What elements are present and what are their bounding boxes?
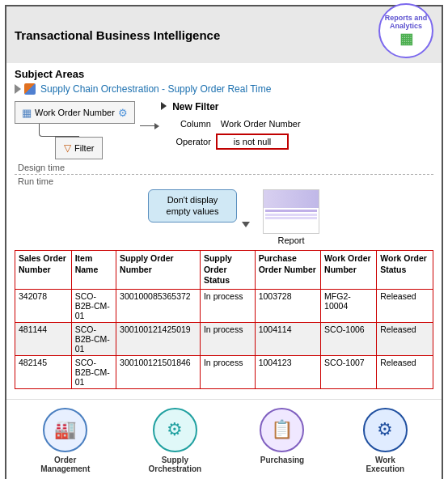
table-cell: Released <box>377 355 433 388</box>
table-cell: 482145 <box>15 355 72 388</box>
table-cell: In process <box>200 355 255 388</box>
table-cell: 300100121501846 <box>116 355 201 388</box>
col-supply-order-status: Supply Order Status <box>200 251 255 290</box>
chain-icon <box>24 83 36 95</box>
table-cell: MFG2-10004 <box>321 289 377 322</box>
table-cell: 1004123 <box>255 355 320 388</box>
table-cell: SCO-1007 <box>321 355 377 388</box>
filter-label: Filter <box>74 143 94 153</box>
column-label: Column <box>161 119 211 129</box>
purchasing-circle[interactable]: 📋 <box>260 408 304 452</box>
data-table: Sales Order Number Item Name Supply Orde… <box>15 250 433 389</box>
table-cell: SCO-B2B-CM-01 <box>71 322 116 355</box>
operator-value: is not null <box>216 134 289 150</box>
dont-display-text: Don't displayempty values <box>167 195 219 216</box>
table-cell: 342078 <box>15 289 72 322</box>
dashed-divider <box>15 174 433 175</box>
col-supply-order-num: Supply Order Number <box>116 251 201 290</box>
table-cell: In process <box>200 289 255 322</box>
supply-orchestration-label: SupplyOrchestration <box>149 456 202 473</box>
table-row: 482145SCO-B2B-CM-01300100121501846In pro… <box>15 355 433 388</box>
work-order-box[interactable]: ▦ Work Order Number ⚙ <box>15 101 135 124</box>
purchasing-label: Purchasing <box>260 456 304 464</box>
table-cell: In process <box>200 322 255 355</box>
table-cell: 1003728 <box>255 289 320 322</box>
new-filter-label: New Filter <box>161 101 433 112</box>
purchasing-icon-item: 📋 Purchasing <box>260 408 304 473</box>
reports-line2: Analytics <box>390 22 422 30</box>
report-label: Report <box>277 235 304 245</box>
grid-icon: ▦ <box>22 107 32 119</box>
reports-analytics-badge[interactable]: Reports and Analytics ▦ <box>378 3 433 58</box>
col-work-order-status: Work Order Status <box>377 251 433 290</box>
table-cell: Released <box>377 322 433 355</box>
col-purchase-order: Purchase Order Number <box>255 251 320 290</box>
table-cell: SCO-1006 <box>321 322 377 355</box>
work-execution-icon: ⚙ <box>377 419 393 440</box>
main-content: Subject Areas Supply Chain Orchestration… <box>6 63 442 394</box>
gear-icon[interactable]: ⚙ <box>118 107 128 119</box>
report-thumbnail <box>263 189 319 234</box>
table-header-row: Sales Order Number Item Name Supply Orde… <box>15 251 433 290</box>
table-cell: SCO-B2B-CM-01 <box>71 355 116 388</box>
col-sales-order: Sales Order Number <box>15 251 72 290</box>
report-section: Report <box>263 189 319 245</box>
table-cell: 481144 <box>15 322 72 355</box>
table-cell: Released <box>377 289 433 322</box>
supply-orchestration-icon: ⚙ <box>167 419 183 440</box>
filter-column-row: Column Work Order Number <box>161 117 433 130</box>
dont-display-bubble: Don't displayempty values <box>148 189 237 223</box>
table-row: 342078SCO-B2B-CM-01300100085365372In pro… <box>15 289 433 322</box>
design-time-label: Design time <box>15 163 433 172</box>
work-order-label: Work Order Number <box>35 108 115 117</box>
supply-orchestration-circle[interactable]: ⚙ <box>153 408 197 452</box>
table-cell: SCO-B2B-CM-01 <box>71 289 116 322</box>
operator-label: Operator <box>161 137 211 146</box>
app-title: Transactional Business Intelligence <box>15 28 220 42</box>
col-work-order-num: Work Order Number <box>321 251 377 290</box>
collapse-icon <box>15 84 21 94</box>
new-filter-section: New Filter Column Work Order Number Oper… <box>161 101 433 153</box>
order-management-icon: 🏭 <box>54 419 76 440</box>
reports-line1: Reports and <box>385 14 428 22</box>
work-execution-label: WorkExecution <box>366 456 404 473</box>
table-row: 481144SCO-B2B-CM-01300100121425019In pro… <box>15 322 433 355</box>
filter-box[interactable]: ▽ Filter <box>55 137 103 159</box>
order-management-icon-item: 🏭 OrderManagement <box>40 408 90 473</box>
bottom-icons-section: 🏭 OrderManagement ⚙ SupplyOrchestration … <box>6 399 442 479</box>
header: Transactional Business Intelligence Repo… <box>6 6 442 63</box>
supply-orchestration-icon-item: ⚙ SupplyOrchestration <box>149 408 202 473</box>
subject-areas-label: Subject Areas <box>15 68 433 80</box>
filter-operator-row: Operator is not null <box>161 134 433 150</box>
table-cell: 1004114 <box>255 322 320 355</box>
table-cell: 300100121425019 <box>116 322 201 355</box>
reports-icon: ▦ <box>399 30 413 48</box>
subject-area-text: Supply Chain Orchestration - Supply Orde… <box>40 83 271 95</box>
column-value: Work Order Number <box>216 117 306 130</box>
filter-icon: ▽ <box>64 142 71 154</box>
table-cell: 300100085365372 <box>116 289 201 322</box>
work-execution-circle[interactable]: ⚙ <box>363 408 408 452</box>
main-container: Transactional Business Intelligence Repo… <box>5 5 443 479</box>
purchasing-icon: 📋 <box>271 419 293 440</box>
col-item-name: Item Name <box>71 251 116 290</box>
order-management-circle[interactable]: 🏭 <box>43 408 87 452</box>
work-execution-icon-item: ⚙ WorkExecution <box>363 408 408 473</box>
run-time-label: Run time <box>15 176 433 186</box>
order-management-label: OrderManagement <box>40 456 90 473</box>
subject-area-item[interactable]: Supply Chain Orchestration - Supply Orde… <box>15 83 433 95</box>
